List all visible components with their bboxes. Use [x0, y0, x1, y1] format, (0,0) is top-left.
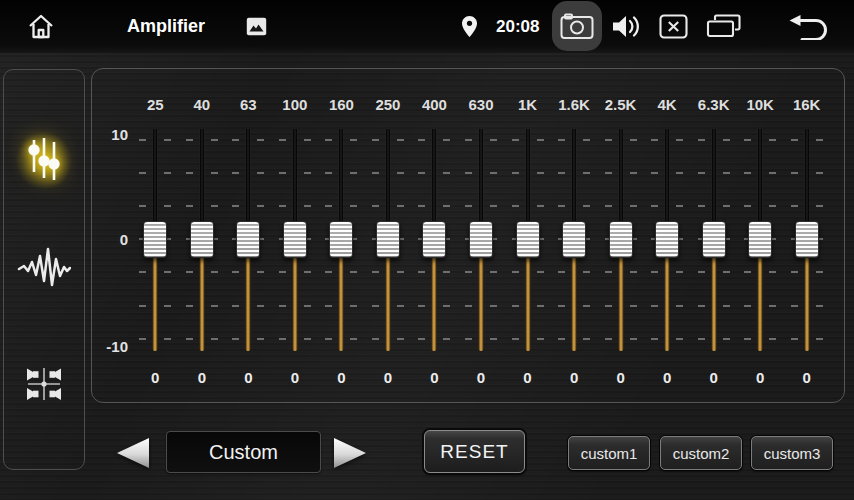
eq-slider-knob[interactable]	[655, 221, 679, 258]
eq-slider-knob[interactable]	[795, 221, 819, 258]
eq-slider[interactable]	[458, 129, 505, 351]
eq-slider[interactable]	[225, 129, 272, 351]
tick-mark	[186, 305, 193, 307]
tick-mark	[490, 271, 497, 273]
tick-mark	[512, 305, 519, 307]
custom2-label: custom2	[673, 445, 730, 462]
tick-mark	[397, 338, 404, 340]
eq-slider-knob[interactable]	[469, 221, 493, 258]
band-gain-value: 0	[458, 369, 505, 386]
tick-mark	[769, 172, 776, 174]
tick-mark	[164, 271, 171, 273]
eq-slider[interactable]	[551, 129, 598, 351]
tick-mark	[630, 172, 637, 174]
eq-slider-knob[interactable]	[516, 221, 540, 258]
eq-slider[interactable]	[272, 129, 319, 351]
tick-mark	[211, 139, 218, 141]
tick-mark	[232, 338, 239, 340]
camera-icon[interactable]	[552, 1, 602, 51]
tick-mark	[350, 172, 357, 174]
eq-slider-knob[interactable]	[562, 221, 586, 258]
eq-slider[interactable]	[737, 129, 784, 351]
tick-mark	[257, 338, 264, 340]
eq-slider-knob[interactable]	[702, 221, 726, 258]
photo-icon[interactable]	[246, 17, 267, 36]
custom3-button[interactable]: custom3	[751, 436, 833, 470]
tick-mark	[418, 271, 425, 273]
tick-mark	[816, 305, 823, 307]
tick-mark	[583, 139, 590, 141]
tick-mark	[279, 271, 286, 273]
tick-mark	[139, 338, 146, 340]
tick-mark	[723, 305, 730, 307]
band-gain-value: 0	[783, 369, 830, 386]
band-gain-value: 0	[132, 369, 179, 386]
eq-slider-knob[interactable]	[329, 221, 353, 258]
eq-slider-knob[interactable]	[609, 221, 633, 258]
eq-slider-knob[interactable]	[376, 221, 400, 258]
custom2-button[interactable]: custom2	[660, 436, 742, 470]
tick-mark	[397, 172, 404, 174]
location-pin-icon[interactable]	[461, 15, 478, 38]
sidebar-item-speaker-balance[interactable]	[16, 358, 72, 414]
preset-next-arrow[interactable]	[331, 436, 371, 470]
eq-slider-knob[interactable]	[190, 221, 214, 258]
tick-mark	[443, 172, 450, 174]
preset-selector[interactable]: Custom	[166, 431, 321, 473]
eq-slider[interactable]	[179, 129, 226, 351]
eq-slider-knob[interactable]	[283, 221, 307, 258]
tick-mark	[537, 338, 544, 340]
band-frequency-label: 630	[458, 96, 505, 113]
eq-slider[interactable]	[690, 129, 737, 351]
close-app-icon[interactable]	[659, 14, 688, 39]
top-status-bar: Amplifier 20:08	[0, 0, 854, 53]
preset-prev-arrow[interactable]	[112, 436, 152, 470]
tick-mark	[630, 338, 637, 340]
tick-mark	[418, 305, 425, 307]
home-icon[interactable]	[27, 13, 55, 40]
volume-icon[interactable]	[611, 13, 641, 40]
eq-band: 250 0	[365, 69, 412, 402]
eq-slider-knob[interactable]	[422, 221, 446, 258]
tick-mark	[512, 139, 519, 141]
eq-slider[interactable]	[644, 129, 691, 351]
tick-mark	[443, 305, 450, 307]
eq-slider[interactable]	[365, 129, 412, 351]
recent-apps-icon[interactable]	[706, 14, 742, 39]
tick-mark	[304, 205, 311, 207]
tick-mark	[744, 305, 751, 307]
sidebar-item-sound-effects[interactable]	[16, 241, 72, 297]
tick-mark	[232, 271, 239, 273]
tick-mark	[583, 205, 590, 207]
tick-mark	[769, 305, 776, 307]
custom1-button[interactable]: custom1	[568, 436, 650, 470]
tick-mark	[583, 305, 590, 307]
eq-slider-knob[interactable]	[236, 221, 260, 258]
eq-slider[interactable]	[504, 129, 551, 351]
tick-mark	[304, 305, 311, 307]
eq-slider[interactable]	[411, 129, 458, 351]
tick-mark	[537, 139, 544, 141]
eq-slider[interactable]	[597, 129, 644, 351]
tick-mark	[418, 172, 425, 174]
tick-mark	[397, 205, 404, 207]
eq-slider-knob[interactable]	[143, 221, 167, 258]
tick-mark	[465, 139, 472, 141]
tick-mark	[605, 205, 612, 207]
eq-slider[interactable]	[132, 129, 179, 351]
tick-mark	[279, 338, 286, 340]
sidebar-item-equalizer[interactable]	[16, 133, 72, 189]
tick-mark	[605, 338, 612, 340]
eq-slider[interactable]	[783, 129, 830, 351]
tick-mark	[350, 271, 357, 273]
tick-mark	[651, 205, 658, 207]
tick-mark	[490, 139, 497, 141]
back-icon[interactable]	[788, 14, 830, 40]
tick-mark	[186, 338, 193, 340]
amplifier-screen: Amplifier 20:08	[0, 0, 854, 500]
eq-slider[interactable]	[318, 129, 365, 351]
tick-mark	[723, 205, 730, 207]
reset-button[interactable]: RESET	[424, 430, 525, 473]
tick-mark	[372, 271, 379, 273]
eq-slider-knob[interactable]	[748, 221, 772, 258]
